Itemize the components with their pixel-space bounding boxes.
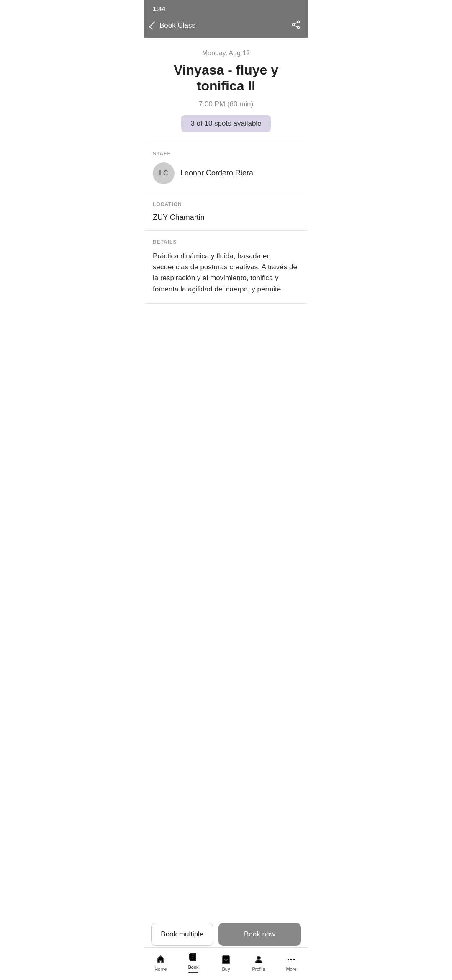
staff-avatar: LC (153, 162, 175, 184)
class-time: 7:00 PM (60 min) (153, 100, 299, 108)
share-icon (291, 20, 301, 30)
spots-badge: 3 of 10 spots available (181, 115, 270, 132)
location-section: LOCATION ZUY Chamartin (144, 193, 308, 231)
staff-name: Leonor Cordero Riera (180, 169, 253, 178)
top-nav: Book Class (144, 15, 308, 38)
main-content: Monday, Aug 12 Vinyasa - fluye y tonific… (144, 38, 308, 337)
class-date: Monday, Aug 12 (153, 49, 299, 57)
svg-line-4 (295, 26, 298, 27)
details-section: DETAILS Práctica dinámica y fluida, basa… (144, 231, 308, 304)
details-label: DETAILS (153, 239, 299, 245)
location-label: LOCATION (153, 201, 299, 207)
status-time: 1:44 (153, 5, 165, 12)
svg-point-2 (298, 27, 300, 29)
svg-line-3 (295, 23, 298, 24)
status-bar: 1:44 (144, 0, 308, 15)
staff-initials: LC (159, 170, 168, 177)
staff-label: STAFF (153, 151, 299, 157)
top-nav-title: Book Class (159, 21, 195, 30)
back-button[interactable]: Book Class (151, 21, 195, 30)
class-title: Vinyasa - fluye y tonifica II (153, 62, 299, 94)
staff-row: LC Leonor Cordero Riera (153, 162, 299, 184)
svg-point-0 (298, 21, 300, 23)
share-button[interactable] (291, 20, 301, 31)
location-name: ZUY Chamartin (153, 213, 299, 222)
details-text: Práctica dinámica y fluida, basada en se… (153, 251, 299, 295)
staff-section: STAFF LC Leonor Cordero Riera (144, 142, 308, 193)
class-header: Monday, Aug 12 Vinyasa - fluye y tonific… (144, 38, 308, 142)
svg-point-1 (293, 24, 295, 26)
back-arrow-icon (149, 21, 157, 30)
